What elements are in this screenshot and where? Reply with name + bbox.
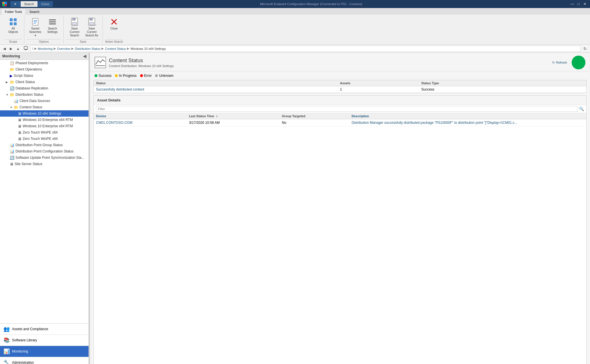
sidebar-item-phased-deployments[interactable]: 📋 Phased Deployments xyxy=(0,60,89,66)
title-tab-close[interactable]: Close xyxy=(38,1,53,7)
sidebar-toggle-button[interactable]: ◀ xyxy=(83,54,86,58)
all-objects-icon xyxy=(9,17,18,26)
window-controls: — □ ✕ xyxy=(569,2,588,6)
svg-rect-16 xyxy=(72,18,75,20)
breadcrumb-monitoring[interactable]: Monitoring xyxy=(38,47,52,50)
save-current-search-button[interactable]: Save CurrentSearch xyxy=(66,16,83,38)
search-settings-icon xyxy=(48,17,57,26)
app-icon xyxy=(2,2,7,6)
breadcrumb: \ ▶ Monitoring ▶ Overview ▶ Distribution… xyxy=(30,46,581,52)
nav-refresh-button[interactable]: ↻ xyxy=(582,46,588,52)
win10-ent-rtm-1-icon: 🖥 xyxy=(18,118,21,122)
maximize-button[interactable]: □ xyxy=(576,2,581,6)
save-current-search-as-button[interactable]: → Save CurrentSearch As xyxy=(84,16,100,38)
close-button[interactable]: ✕ xyxy=(582,2,588,6)
svg-rect-0 xyxy=(3,2,4,4)
col-header-statustype: Status Type xyxy=(421,81,584,85)
ribbon-group-options: SavedSearches ▾ SearchSettings Options xyxy=(24,16,64,43)
sidebar-item-distribution-status[interactable]: ▼ 📁 Distribution Status xyxy=(0,91,89,98)
ribbon-items-active-search: Close xyxy=(105,16,123,39)
close-active-search-label: Close xyxy=(110,27,118,30)
win10-x64-label: Windows 10 x64 Settings xyxy=(23,111,61,116)
asset-filter-input[interactable] xyxy=(96,106,578,112)
sidebar-item-software-update-sync[interactable]: 🔄 Software Update Point Synchronization … xyxy=(0,154,89,161)
close-active-search-button[interactable]: Close xyxy=(106,16,122,31)
dist-point-config-label: Distribution Point Configuration Status xyxy=(15,149,74,153)
client-operations-label: Client Operations xyxy=(15,67,42,71)
sidebar-item-win10-ent-rtm-2[interactable]: 🖥 Windows 10 Enterprise x64 RTM xyxy=(0,123,89,129)
group-targeted-cell: No xyxy=(282,121,352,125)
site-server-status-label: Site Server Status xyxy=(15,162,42,166)
sidebar-item-client-operations[interactable]: 📁 Client Operations xyxy=(0,66,89,73)
win10-x64-icon: 🖥 xyxy=(18,111,21,116)
title-tab-arrow[interactable]: ▼ xyxy=(10,1,21,7)
sidebar-item-script-status[interactable]: ▶ Script Status xyxy=(0,73,89,79)
saved-searches-button[interactable]: SavedSearches ▾ xyxy=(27,16,43,38)
nav-section-software-library[interactable]: 📚 Software Library xyxy=(0,335,89,346)
sidebar-item-client-data-sources[interactable]: 📊 Client Data Sources xyxy=(0,98,89,104)
all-objects-button[interactable]: AllObjects xyxy=(5,16,21,35)
nav-back-button[interactable]: ◀ xyxy=(2,46,7,52)
unknown-dot xyxy=(155,74,158,77)
svg-rect-2 xyxy=(3,4,4,6)
client-operations-icon: 📁 xyxy=(10,67,14,72)
sidebar-item-zero-touch-winpe-2[interactable]: 🖥 Zero Touch WinPE x64 xyxy=(0,136,89,142)
script-status-icon: ▶ xyxy=(10,74,13,78)
ribbon-tab-search[interactable]: Search xyxy=(26,9,43,15)
nav-up-button[interactable]: ▲ xyxy=(15,46,21,52)
inprogress-label: In Progress xyxy=(119,74,136,78)
zero-touch-2-label: Zero Touch WinPE x64 xyxy=(23,137,58,141)
title-tab-search[interactable]: Search xyxy=(21,1,38,7)
sidebar-header: Monitoring ◀ xyxy=(0,53,89,60)
device-cell[interactable]: CM01.CONTOSO.COM xyxy=(96,121,189,125)
error-dot xyxy=(140,74,143,77)
svg-text:→: → xyxy=(94,23,96,26)
ribbon: Folder Tools Search AllObjects xyxy=(0,8,590,45)
time-sort-icon[interactable]: ▼ xyxy=(215,115,218,118)
col-header-group: Group Targeted xyxy=(282,114,352,118)
breadcrumb-content-status[interactable]: Content Status xyxy=(105,47,126,50)
svg-rect-24 xyxy=(24,46,28,49)
asset-details-header: Asset Details xyxy=(94,96,586,105)
filter-error[interactable]: Error xyxy=(140,74,152,78)
search-settings-button[interactable]: SearchSettings xyxy=(44,16,60,35)
client-data-sources-label: Client Data Sources xyxy=(19,99,50,103)
sidebar-item-client-status[interactable]: ▶ 📁 Client Status xyxy=(0,79,89,85)
breadcrumb-overview[interactable]: Overview xyxy=(57,47,70,50)
nav-section-assets-compliance[interactable]: 👥 Assets and Compliance xyxy=(0,324,89,335)
unknown-label: Unknown xyxy=(159,74,173,78)
success-dot xyxy=(95,74,97,77)
filter-inprogress[interactable]: In Progress xyxy=(115,74,136,78)
filter-success[interactable]: Success xyxy=(95,74,111,78)
breadcrumb-root[interactable]: \ xyxy=(32,47,33,50)
sidebar-item-windows-10-x64-settings[interactable]: 🖥 Windows 10 x64 Settings xyxy=(0,110,89,117)
ribbon-tab-folder-tools[interactable]: Folder Tools xyxy=(1,9,26,15)
save-current-search-label: Save CurrentSearch xyxy=(67,27,82,37)
nav-section-administration[interactable]: 🔧 Administration xyxy=(0,357,89,364)
content-status-icon: 📁 xyxy=(14,105,18,109)
nav-forward-button[interactable]: ▶ xyxy=(8,46,14,52)
sidebar-item-database-replication[interactable]: 🔄 Database Replication xyxy=(0,85,89,91)
breadcrumb-distribution-status[interactable]: Distribution Status xyxy=(75,47,100,50)
status-table-row[interactable]: Successfully distributed content 1 Succe… xyxy=(94,86,586,93)
phased-deployments-icon: 📋 xyxy=(10,61,14,65)
sidebar-item-dist-point-group-status[interactable]: 📊 Distribution Point Group Status xyxy=(0,142,89,148)
refresh-link[interactable]: ↻ Refresh xyxy=(552,61,567,64)
svg-rect-17 xyxy=(72,22,77,25)
asset-table-row[interactable]: CM01.CONTOSO.COM 3/17/2020 10:58 AM No D… xyxy=(94,119,586,126)
sidebar-item-zero-touch-winpe-1[interactable]: 🖥 Zero Touch WinPE x64 xyxy=(0,129,89,136)
sidebar-nav: 👥 Assets and Compliance 📚 Software Libra… xyxy=(0,323,89,364)
filter-unknown[interactable]: Unknown xyxy=(155,74,173,78)
distribution-status-label: Distribution Status xyxy=(15,93,43,97)
sidebar-item-site-server-status[interactable]: 🖥 Site Server Status xyxy=(0,161,89,167)
status-cell[interactable]: Successfully distributed content xyxy=(96,87,340,91)
sidebar-item-content-status[interactable]: ▼ 📁 Content Status xyxy=(0,104,89,110)
sidebar-item-win10-ent-rtm-1[interactable]: 🖥 Windows 10 Enterprise x64 RTM xyxy=(0,117,89,123)
sidebar-item-dist-point-config[interactable]: 📊 Distribution Point Configuration Statu… xyxy=(0,148,89,154)
nav-recent-button[interactable] xyxy=(22,45,29,52)
content-status-label: Content Status xyxy=(19,105,42,109)
nav-section-monitoring[interactable]: 📊 Monitoring xyxy=(0,346,89,357)
administration-icon: 🔧 xyxy=(3,359,10,364)
svg-rect-12 xyxy=(49,19,56,20)
minimize-button[interactable]: — xyxy=(569,2,575,6)
